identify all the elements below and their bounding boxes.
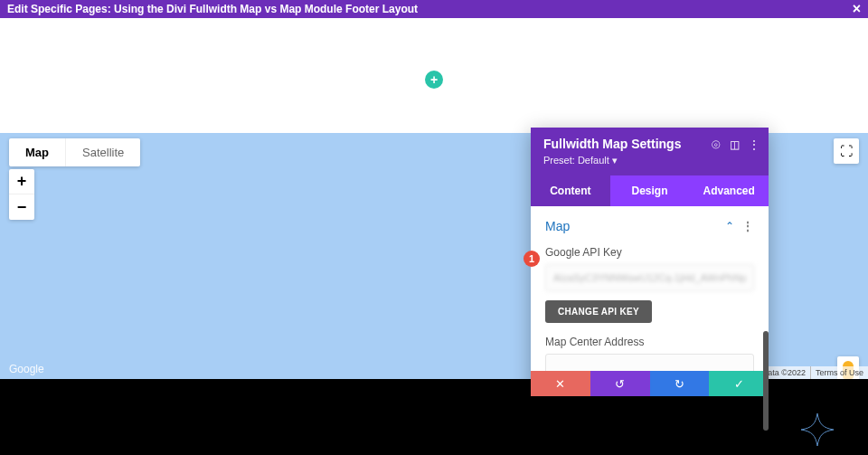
page-title: Edit Specific Pages: Using the Divi Full… <box>7 3 418 15</box>
api-key-label: Google API Key <box>545 246 754 259</box>
map-type-control: Map Satellite <box>9 138 140 166</box>
fullscreen-button[interactable]: ⛶ <box>834 138 859 164</box>
more-icon[interactable]: ⋮ <box>749 138 760 151</box>
section-map-header[interactable]: Map ⌃ ⋮ <box>545 219 754 233</box>
split-icon[interactable]: ◫ <box>730 138 740 151</box>
address-label: Map Center Address <box>545 336 754 348</box>
close-icon[interactable]: × <box>853 1 861 17</box>
modal-header-icons: ⦾ ◫ ⋮ <box>712 138 760 151</box>
zoom-in-button[interactable]: + <box>9 169 34 194</box>
star-decoration <box>799 412 835 448</box>
section-title: Map <box>545 219 570 233</box>
undo-button[interactable]: ↺ <box>590 371 650 396</box>
preset-selector[interactable]: Preset: Default ▾ <box>543 155 756 166</box>
redo-button[interactable]: ↻ <box>650 371 710 396</box>
settings-modal: Fullwidth Map Settings Preset: Default ▾… <box>531 128 769 396</box>
add-section-button[interactable]: + <box>425 71 443 89</box>
modal-body: Map ⌃ ⋮ Google API Key CHANGE API KEY Ma… <box>531 206 769 371</box>
tab-content[interactable]: Content <box>531 175 610 206</box>
map-type-map[interactable]: Map <box>9 138 65 166</box>
tab-advanced[interactable]: Advanced <box>689 175 769 206</box>
credit-terms[interactable]: Terms of Use <box>810 366 868 379</box>
modal-tabs: Content Design Advanced <box>531 175 769 206</box>
map-type-satellite[interactable]: Satellite <box>65 138 140 166</box>
tab-design[interactable]: Design <box>610 175 690 206</box>
chevron-up-icon[interactable]: ⌃ <box>725 220 734 232</box>
section-more-icon[interactable]: ⋮ <box>741 219 754 233</box>
zoom-control: + − <box>9 169 34 220</box>
google-logo: Google <box>9 363 44 375</box>
change-api-key-button[interactable]: CHANGE API KEY <box>545 300 652 323</box>
empty-section: + <box>0 18 868 133</box>
annotation-badge-1: 1 <box>524 251 540 267</box>
cancel-button[interactable]: ✕ <box>531 371 590 396</box>
save-button[interactable]: ✓ <box>709 371 769 396</box>
modal-footer: ✕ ↺ ↻ ✓ <box>531 371 769 396</box>
expand-icon[interactable]: ⦾ <box>712 138 721 151</box>
scrollbar[interactable] <box>763 331 769 431</box>
address-input[interactable] <box>545 354 754 371</box>
api-key-input[interactable] <box>545 264 754 291</box>
modal-header[interactable]: Fullwidth Map Settings Preset: Default ▾… <box>531 128 769 175</box>
page-title-bar: Edit Specific Pages: Using the Divi Full… <box>0 0 868 18</box>
zoom-out-button[interactable]: − <box>9 194 34 220</box>
